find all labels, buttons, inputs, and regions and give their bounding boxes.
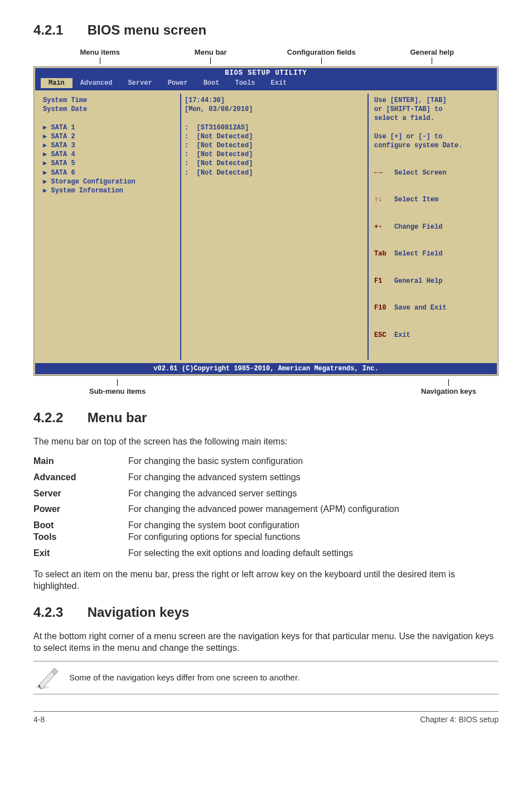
bios-bottom-annotations: Sub-menu items Navigation keys (33, 379, 499, 395)
annot-menu-items: Menu items (45, 48, 156, 64)
menubar-key: Main (33, 453, 128, 470)
section-number: 4.2.1 (33, 22, 84, 38)
help-line: select a field. (374, 114, 491, 123)
menubar-desc: For changing the advanced power manageme… (128, 501, 499, 518)
bios-footer: v02.61 (C)Copyright 1985-2010, American … (35, 363, 497, 374)
menubar-desc: For changing the advanced server setting… (128, 486, 499, 502)
sata6-value: : [Not Detected] (185, 168, 364, 177)
navkeys-paragraph: At the bottom right corner of a menu scr… (33, 630, 499, 654)
section-heading-421: 4.2.1 BIOS menu screen (33, 22, 499, 38)
nav-keys-box: ←→ Select Screen ↑↓ Select Item +- Chang… (374, 150, 491, 357)
bios-left-panel: System Time System Date ▶ SATA 1 ▶ SATA … (35, 90, 180, 363)
pencil-icon (33, 665, 59, 690)
menubar-desc: For changing the basic system configurat… (128, 453, 499, 470)
sata3-value: : [Not Detected] (185, 141, 364, 150)
annot-menu-bar: Menu bar (156, 48, 267, 64)
bios-tab-exit[interactable]: Exit (263, 78, 294, 88)
menubar-key: Server (33, 486, 128, 502)
page-footer: 4-8 Chapter 4: BIOS setup (33, 711, 499, 724)
annot-general-help: General help (377, 48, 488, 64)
bios-help-panel: Use [ENTER], [TAB] or [SHIFT-TAB] to sel… (369, 90, 497, 363)
menubar-key: Advanced (33, 470, 128, 486)
system-time-item[interactable]: System Time (43, 96, 177, 105)
bios-tab-boot[interactable]: Boot (196, 78, 228, 88)
sata4-item[interactable]: ▶ SATA 4 (43, 150, 177, 159)
sata1-item[interactable]: ▶ SATA 1 (43, 123, 177, 132)
bios-tab-tools[interactable]: Tools (227, 78, 263, 88)
menubar-desc: For selecting the exit options and loadi… (128, 545, 499, 562)
system-date-item[interactable]: System Date (43, 105, 177, 114)
note-text: Some of the navigation keys differ from … (69, 673, 299, 682)
page-chapter: Chapter 4: BIOS setup (420, 715, 499, 724)
bios-body: System Time System Date ▶ SATA 1 ▶ SATA … (35, 90, 497, 363)
section-title: BIOS menu screen (88, 22, 206, 37)
menubar-key: Exit (33, 545, 128, 562)
menubar-key: Power (33, 501, 128, 518)
help-line: Use [ENTER], [TAB] (374, 96, 491, 105)
bios-tab-advanced[interactable]: Advanced (72, 78, 120, 88)
help-line: configure system Date. (374, 141, 491, 150)
bios-tabs: Main Advanced Server Power Boot Tools Ex… (35, 78, 497, 90)
bios-screenshot: BIOS SETUP UTILITY Main Advanced Server … (33, 66, 499, 376)
note-box: Some of the navigation keys differ from … (33, 661, 499, 694)
bios-tab-power[interactable]: Power (160, 78, 196, 88)
bios-title: BIOS SETUP UTILITY (35, 68, 497, 78)
bios-header-bar: BIOS SETUP UTILITY Main Advanced Server … (35, 68, 497, 90)
menubar-key: BootTools (33, 518, 128, 545)
help-line: or [SHIFT-TAB] to (374, 105, 491, 114)
sata6-item[interactable]: ▶ SATA 6 (43, 168, 177, 177)
sata2-value: : [Not Detected] (185, 132, 364, 141)
bios-tab-main[interactable]: Main (41, 78, 72, 88)
annot-submenu-items: Sub-menu items (89, 379, 146, 395)
menubar-outro: To select an item on the menu bar, press… (33, 568, 499, 592)
system-info-item[interactable]: ▶ System Information (43, 186, 177, 195)
section-title: Menu bar (88, 410, 147, 425)
section-title: Navigation keys (88, 605, 190, 620)
section-number: 4.2.2 (33, 410, 84, 426)
section-number: 4.2.3 (33, 605, 84, 620)
annot-config-fields: Configuration fields (266, 48, 377, 64)
page-number: 4-8 (33, 715, 45, 724)
bios-top-annotations: Menu items Menu bar Configuration fields… (33, 48, 499, 64)
sata1-value: : [ST3160812AS] (185, 123, 364, 132)
bios-values-panel: [17:44:30] [Mon, 03/08/2010] : [ST316081… (181, 90, 367, 363)
section-heading-422: 4.2.2 Menu bar (33, 410, 499, 426)
menubar-desc: For changing the advanced system setting… (128, 470, 499, 486)
system-time-value[interactable]: [17:44:30] (185, 96, 364, 105)
sata3-item[interactable]: ▶ SATA 3 (43, 141, 177, 150)
menubar-intro: The menu bar on top of the screen has th… (33, 436, 499, 448)
storage-config-item[interactable]: ▶ Storage Configuration (43, 177, 177, 186)
sata5-value: : [Not Detected] (185, 159, 364, 168)
sata5-item[interactable]: ▶ SATA 5 (43, 159, 177, 168)
menubar-desc: For changing the system boot configurati… (128, 518, 499, 545)
section-heading-423: 4.2.3 Navigation keys (33, 605, 499, 620)
annot-nav-keys: Navigation keys (421, 379, 476, 395)
system-date-value[interactable]: [Mon, 03/08/2010] (185, 105, 364, 114)
bios-tab-server[interactable]: Server (120, 78, 159, 88)
sata2-item[interactable]: ▶ SATA 2 (43, 132, 177, 141)
sata4-value: : [Not Detected] (185, 150, 364, 159)
help-line: Use [+] or [-] to (374, 132, 491, 141)
menubar-items-table: MainFor changing the basic system config… (33, 453, 499, 562)
